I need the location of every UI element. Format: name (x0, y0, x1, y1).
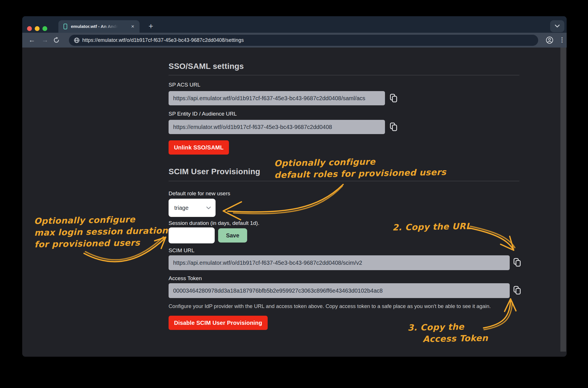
browser-tab[interactable]: emulator.wtf - An Android clo × (58, 20, 140, 33)
annotation-copy-token: 3. Copy the Access Token (407, 321, 488, 345)
minimize-window-button[interactable] (35, 26, 40, 31)
reload-icon (53, 37, 60, 44)
access-token-input[interactable]: 00003464280978dd3a18a187976bfb5b2e959927… (169, 283, 510, 298)
tab-close-icon[interactable]: × (129, 23, 136, 30)
scim-url-label: SCIM URL (169, 247, 194, 254)
profile-avatar-icon[interactable] (546, 36, 554, 45)
annotation-default-roles: Optionally configure default roles for p… (274, 155, 446, 181)
session-duration-input[interactable] (169, 227, 215, 243)
entity-id-input[interactable]: https://emulator.wtf/o/d1b917cf-f637-45e… (169, 120, 385, 134)
copy-access-token-button[interactable] (513, 286, 522, 295)
copy-icon (390, 94, 398, 103)
annotation-session-duration: Optionally configure max login session d… (34, 213, 168, 250)
default-role-select[interactable]: triage (169, 199, 216, 217)
copy-icon (513, 258, 522, 267)
copy-acs-url-button[interactable] (389, 94, 399, 103)
annotation-copy-url: 2. Copy the URL (392, 220, 472, 233)
reload-button[interactable] (53, 37, 60, 45)
copy-icon (513, 286, 522, 295)
settings-page: SSO/SAML settings SP ACS URL https://api… (22, 48, 567, 352)
copy-entity-id-button[interactable] (389, 122, 399, 132)
url-text: https://emulator.wtf/o/d1b917cf-f637-45e… (82, 35, 244, 46)
tab-title-fade (101, 24, 121, 30)
url-bar[interactable]: https://emulator.wtf/o/d1b917cf-f637-45e… (69, 35, 538, 46)
chevron-down-icon (555, 24, 560, 28)
divider (169, 75, 519, 75)
copy-scim-url-button[interactable] (513, 258, 522, 268)
back-button[interactable]: ← (26, 33, 38, 48)
scim-heading: SCIM User Provisioning (169, 167, 260, 176)
access-token-label: Access Token (169, 275, 202, 282)
sso-heading: SSO/SAML settings (169, 62, 244, 71)
chevron-down-icon (206, 206, 211, 211)
zoom-window-button[interactable] (42, 26, 47, 31)
scim-url-input[interactable]: https://api.emulator.wtf/o/d1b917cf-f637… (169, 255, 510, 270)
new-tab-button[interactable]: + (145, 20, 157, 32)
browser-window: emulator.wtf - An Android clo × + ← → (22, 16, 567, 357)
site-info-icon[interactable] (74, 37, 80, 44)
idp-help-text: Configure your IdP provider with the URL… (169, 303, 515, 309)
browser-toolbar: ← → https://emulator.wtf/o/d1b917cf-f637… (22, 33, 567, 48)
entity-id-label: SP Entity ID / Audience URL (169, 111, 237, 117)
divider (169, 181, 519, 181)
desktop-background: emulator.wtf - An Android clo × + ← → (0, 0, 588, 388)
acs-url-label: SP ACS URL (169, 82, 200, 88)
acs-url-input[interactable]: https://api.emulator.wtf/o/d1b917cf-f637… (169, 91, 385, 105)
forward-button[interactable]: → (39, 33, 51, 48)
tab-strip: emulator.wtf - An Android clo × + (22, 16, 567, 33)
tab-search-button[interactable] (550, 20, 564, 32)
unlink-sso-button[interactable]: Unlink SSO/SAML (169, 140, 229, 155)
close-window-button[interactable] (27, 26, 32, 31)
session-duration-label: Session duration (in days, default 1d). (169, 220, 259, 226)
default-role-label: Default role for new users (169, 190, 230, 197)
save-button[interactable]: Save (218, 228, 247, 243)
vertical-scrollbar[interactable] (560, 48, 566, 352)
phone-favicon-icon (63, 24, 67, 29)
copy-icon (390, 122, 398, 132)
disable-scim-button[interactable]: Disable SCIM User Provisioning (169, 316, 268, 330)
browser-menu-icon[interactable]: ⋮ (559, 33, 566, 48)
default-role-value: triage (174, 199, 189, 217)
